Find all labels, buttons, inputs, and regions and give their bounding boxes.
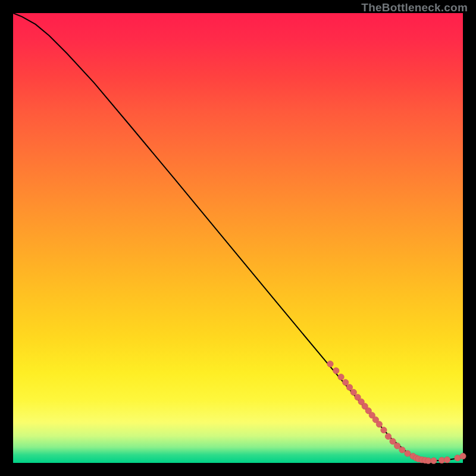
data-marker: [399, 447, 405, 453]
data-marker: [338, 374, 344, 380]
watermark-text: TheBottleneck.com: [361, 1, 468, 14]
curve-path: [13, 13, 463, 461]
data-marker: [350, 389, 356, 395]
data-marker: [381, 427, 387, 433]
data-marker: [342, 379, 348, 385]
data-marker: [394, 443, 400, 449]
data-marker: [376, 421, 382, 427]
data-marker: [346, 384, 352, 390]
data-marker: [333, 368, 339, 374]
data-marker: [390, 439, 396, 444]
data-marker: [431, 458, 437, 464]
curve-line: [13, 13, 463, 461]
data-marker: [405, 450, 411, 456]
data-marker: [444, 457, 450, 463]
data-marker: [460, 453, 466, 459]
data-marker: [385, 433, 391, 439]
data-markers: [327, 361, 466, 464]
chart-frame: TheBottleneck.com: [0, 0, 476, 476]
chart-svg: [13, 13, 463, 463]
data-marker: [327, 361, 333, 367]
